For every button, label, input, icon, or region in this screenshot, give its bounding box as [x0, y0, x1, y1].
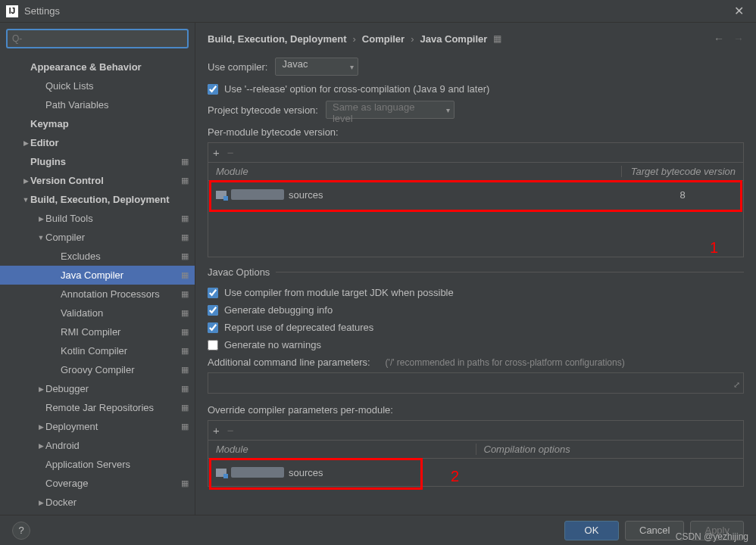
project-settings-icon: ▦ — [181, 308, 189, 318]
sidebar-item-debugger[interactable]: ▶Debugger▦ — [0, 379, 195, 398]
tree-arrow-icon[interactable]: ▶ — [36, 499, 45, 506]
expand-icon[interactable]: ⤢ — [733, 380, 740, 390]
sidebar-item-docker[interactable]: ▶Docker — [0, 493, 195, 512]
breadcrumb-part2[interactable]: Compiler — [362, 33, 405, 45]
params-hint: ('/' recommended in paths for cross-plat… — [386, 357, 625, 368]
breadcrumb: Build, Execution, Deployment › Compiler … — [195, 23, 756, 50]
tree-arrow-icon[interactable]: ▶ — [21, 177, 30, 185]
sidebar-item-excludes[interactable]: Excludes▦ — [0, 247, 195, 266]
help-button[interactable]: ? — [12, 522, 30, 540]
project-settings-icon: ▦ — [181, 213, 189, 223]
breadcrumb-sep-icon: › — [411, 33, 414, 45]
tree-arrow-icon[interactable]: ▶ — [36, 215, 45, 223]
sidebar-item-application-servers[interactable]: Application Servers — [0, 455, 195, 474]
sidebar-item-build-execution-deployment[interactable]: ▼Build, Execution, Deployment — [0, 190, 195, 209]
use-compiler-select[interactable]: Javac — [275, 58, 358, 76]
project-bytecode-label: Project bytecode version: — [208, 104, 318, 116]
use-module-jdk-label: Use compiler from module target JDK when… — [224, 287, 454, 298]
override-table: + − Module Compilation options sources — [208, 420, 744, 487]
nav-forward-icon[interactable]: → — [733, 33, 744, 45]
javac-options-legend: Javac Options — [208, 266, 276, 278]
javac-options-group: Javac Options Use compiler from module t… — [208, 266, 744, 496]
add-icon[interactable]: + — [213, 424, 220, 437]
sidebar-item-groovy-compiler[interactable]: Groovy Compiler▦ — [0, 360, 195, 379]
project-settings-icon: ▦ — [181, 232, 189, 242]
override-label: Override compiler parameters per-module: — [208, 404, 744, 416]
nav-back-icon[interactable]: ← — [714, 33, 724, 45]
target-bytecode-value[interactable]: 8 — [622, 189, 743, 201]
project-settings-icon: ▦ — [181, 251, 189, 261]
no-warnings-label: Generate no warnings — [224, 339, 321, 350]
tree-arrow-icon[interactable]: ▼ — [36, 234, 45, 241]
project-settings-icon: ▦ — [181, 270, 189, 280]
sidebar-item-label: Editor — [30, 137, 189, 148]
sidebar-item-coverage[interactable]: Coverage▦ — [0, 474, 195, 493]
project-settings-icon: ▦ — [181, 403, 189, 413]
sidebar-item-label: Build, Execution, Deployment — [30, 194, 189, 205]
per-module-table: + − Module Target bytecode version sourc… — [208, 142, 744, 257]
sidebar-item-build-tools[interactable]: ▶Build Tools▦ — [0, 209, 195, 228]
per-module-label: Per-module bytecode version: — [208, 126, 744, 138]
project-settings-icon: ▦ — [181, 289, 189, 299]
sidebar-item-label: Excludes — [61, 251, 178, 262]
table-row[interactable]: sources — [208, 459, 743, 486]
tree-arrow-icon[interactable]: ▶ — [21, 139, 30, 147]
sidebar-item-rmi-compiler[interactable]: RMI Compiler▦ — [0, 322, 195, 341]
project-settings-icon: ▦ — [181, 176, 189, 185]
sidebar-item-deployment[interactable]: ▶Deployment▦ — [0, 417, 195, 436]
col-module: Module — [208, 444, 476, 455]
sidebar-item-editor[interactable]: ▶Editor — [0, 133, 195, 152]
tree-arrow-icon[interactable]: ▶ — [36, 385, 45, 393]
sidebar-item-remote-jar-repositories[interactable]: Remote Jar Repositories▦ — [0, 398, 195, 417]
report-deprecated-checkbox[interactable] — [208, 322, 218, 333]
use-module-jdk-checkbox[interactable] — [208, 288, 218, 298]
generate-debug-checkbox[interactable] — [208, 305, 218, 316]
params-label: Additional command line parameters: — [208, 357, 370, 368]
report-deprecated-label: Report use of deprecated features — [224, 322, 373, 333]
sidebar-item-label: Debugger — [45, 383, 178, 394]
sidebar-item-appearance-behavior[interactable]: Appearance & Behavior — [0, 58, 195, 76]
settings-tree: Appearance & BehaviorQuick ListsPath Var… — [0, 54, 195, 515]
tree-arrow-icon[interactable]: ▼ — [21, 196, 30, 204]
params-input[interactable]: ⤢ — [208, 372, 744, 394]
annotation-1: 1 — [710, 239, 718, 257]
sidebar-item-kotlin-compiler[interactable]: Kotlin Compiler▦ — [0, 341, 195, 360]
sidebar-item-path-variables[interactable]: Path Variables — [0, 95, 195, 114]
sidebar-item-version-control[interactable]: ▶Version Control▦ — [0, 171, 195, 190]
sidebar-item-plugins[interactable]: Plugins▦ — [0, 152, 195, 171]
sidebar-item-label: Kotlin Compiler — [61, 345, 178, 357]
sidebar-item-compiler[interactable]: ▼Compiler▦ — [0, 228, 195, 247]
redacted-module-name — [231, 467, 284, 478]
sidebar-item-label: Keymap — [30, 118, 189, 129]
sidebar-item-java-compiler[interactable]: Java Compiler▦ — [0, 266, 195, 285]
tree-arrow-icon[interactable]: ▶ — [36, 423, 45, 431]
project-settings-icon: ▦ — [493, 33, 501, 44]
sidebar-item-quick-lists[interactable]: Quick Lists — [0, 76, 195, 95]
search-input[interactable] — [6, 29, 189, 48]
breadcrumb-part1[interactable]: Build, Execution, Deployment — [208, 33, 346, 45]
table-row[interactable]: sources 8 — [208, 181, 743, 208]
breadcrumb-sep-icon: › — [352, 33, 355, 45]
sidebar-item-validation[interactable]: Validation▦ — [0, 304, 195, 322]
generate-debug-label: Generate debugging info — [224, 304, 333, 316]
window-title: Settings — [24, 5, 727, 17]
module-folder-icon — [216, 469, 226, 477]
module-suffix: sources — [289, 467, 323, 478]
sidebar-item-label: Coverage — [45, 478, 178, 489]
sidebar-item-android[interactable]: ▶Android — [0, 436, 195, 455]
titlebar: IJ Settings ✕ — [0, 0, 756, 23]
redacted-module-name — [231, 189, 284, 200]
close-icon[interactable]: ✕ — [727, 4, 750, 18]
add-icon[interactable]: + — [213, 146, 220, 159]
project-settings-icon: ▦ — [181, 327, 189, 337]
sidebar-item-label: Version Control — [30, 175, 178, 186]
release-option-checkbox[interactable] — [208, 84, 218, 95]
ok-button[interactable]: OK — [564, 521, 619, 540]
sidebar-item-annotation-processors[interactable]: Annotation Processors▦ — [0, 285, 195, 304]
project-bytecode-select[interactable]: Same as language level — [326, 101, 455, 119]
project-settings-icon: ▦ — [181, 422, 189, 431]
sidebar-item-keymap[interactable]: Keymap — [0, 114, 195, 133]
annotation-2: 2 — [451, 468, 459, 485]
no-warnings-checkbox[interactable] — [208, 340, 218, 350]
tree-arrow-icon[interactable]: ▶ — [36, 442, 45, 450]
